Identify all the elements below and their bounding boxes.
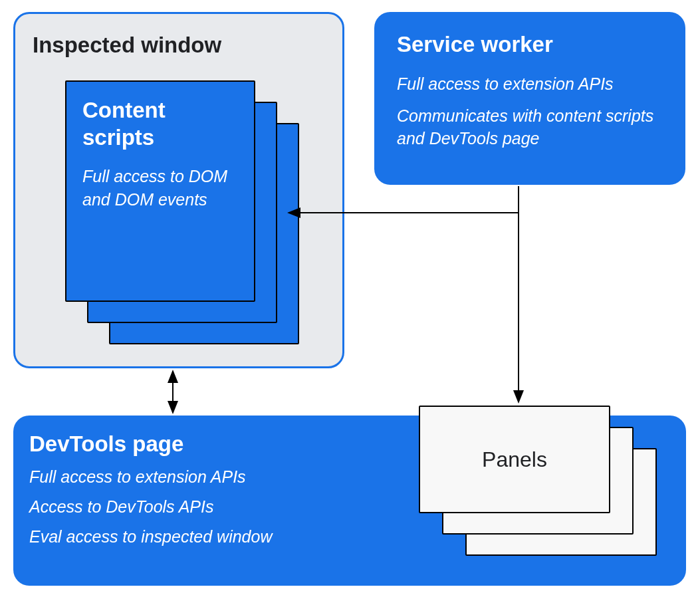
inspected-window-box: Inspected window Content scripts Full ac… xyxy=(13,12,344,368)
panels-card-front: Panels xyxy=(419,406,610,513)
panels-stack: Panels xyxy=(419,406,665,552)
content-scripts-card-front: Content scripts Full access to DOM and D… xyxy=(65,80,255,302)
service-worker-desc2: Communicates with content scripts and De… xyxy=(397,105,665,150)
content-scripts-stack: Content scripts Full access to DOM and D… xyxy=(65,80,301,346)
service-worker-title: Service worker xyxy=(397,32,665,57)
panels-title: Panels xyxy=(482,447,547,472)
content-scripts-desc: Full access to DOM and DOM events xyxy=(82,165,238,211)
inspected-window-title: Inspected window xyxy=(33,33,221,58)
service-worker-desc1: Full access to extension APIs xyxy=(397,73,665,96)
service-worker-box: Service worker Full access to extension … xyxy=(374,12,685,185)
content-scripts-title: Content scripts xyxy=(82,96,238,152)
